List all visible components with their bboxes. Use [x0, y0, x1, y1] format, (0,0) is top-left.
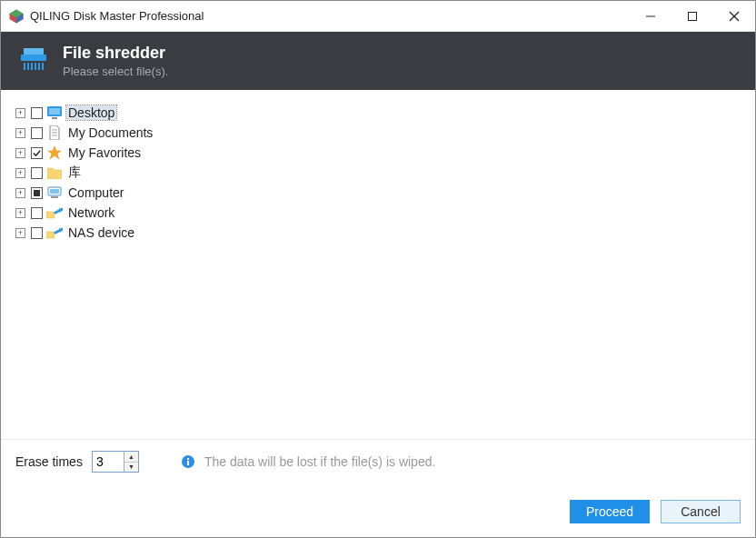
expand-toggle[interactable]: + [15, 168, 25, 178]
proceed-button[interactable]: Proceed [570, 500, 650, 523]
minimize-button[interactable] [630, 1, 671, 32]
options-row: Erase times ▲ ▼ The data will be lost if… [15, 449, 741, 474]
svg-rect-12 [35, 63, 36, 70]
tree-node[interactable]: +库 [6, 163, 750, 183]
svg-rect-9 [24, 63, 25, 70]
header-text-block: File shredder Please select file(s). [63, 44, 168, 79]
tree-node[interactable]: +Desktop [6, 103, 750, 123]
tree-node[interactable]: +My Favorites [6, 143, 750, 163]
close-button[interactable] [713, 1, 755, 32]
spinner-up-button[interactable]: ▲ [124, 452, 138, 463]
tree-checkbox[interactable] [31, 187, 43, 199]
titlebar: QILING Disk Master Professional [1, 1, 755, 32]
erase-times-input[interactable] [93, 452, 124, 472]
tree-node-label: NAS device [66, 225, 136, 240]
shredder-icon [19, 45, 48, 77]
svg-rect-17 [52, 117, 57, 119]
expand-toggle[interactable]: + [15, 208, 25, 218]
footer: Erase times ▲ ▼ The data will be lost if… [1, 439, 755, 537]
tree-checkbox[interactable] [31, 207, 43, 219]
tree-checkbox[interactable] [31, 167, 43, 179]
window-title: QILING Disk Master Professional [30, 9, 630, 23]
computer-icon [46, 185, 63, 200]
tree-node[interactable]: +Network [6, 203, 750, 223]
file-tree: +Desktop+My Documents+My Favorites+库+Com… [1, 90, 755, 439]
folder-icon [46, 165, 63, 180]
page-header: File shredder Please select file(s). [1, 32, 755, 90]
tree-node[interactable]: +My Documents [6, 123, 750, 143]
svg-rect-13 [38, 63, 40, 70]
erase-times-spinner[interactable]: ▲ ▼ [92, 451, 139, 473]
svg-rect-10 [27, 63, 29, 70]
tree-node-label: My Favorites [66, 145, 143, 160]
erase-times-label: Erase times [15, 454, 83, 469]
tree-checkbox[interactable] [31, 227, 43, 239]
expand-toggle[interactable]: + [15, 148, 25, 158]
cancel-button[interactable]: Cancel [661, 500, 741, 523]
svg-rect-29 [187, 458, 189, 460]
tree-node-label: Computer [66, 185, 125, 200]
spinner-down-button[interactable]: ▼ [124, 463, 138, 473]
document-icon [46, 125, 63, 140]
expand-toggle[interactable]: + [15, 228, 25, 238]
action-row: Proceed Cancel [15, 500, 741, 523]
maximize-button[interactable] [671, 1, 713, 32]
star-icon [46, 145, 63, 160]
tree-node-label: My Documents [66, 125, 154, 140]
expand-toggle[interactable]: + [15, 128, 25, 138]
page-title: File shredder [63, 44, 168, 64]
svg-rect-7 [21, 55, 46, 61]
tree-checkbox[interactable] [31, 127, 43, 139]
svg-rect-28 [187, 461, 189, 465]
svg-rect-14 [42, 63, 44, 70]
tree-node[interactable]: +Computer [6, 183, 750, 203]
svg-rect-8 [24, 48, 44, 55]
tree-node[interactable]: +NAS device [6, 223, 750, 243]
svg-marker-21 [48, 146, 61, 159]
tree-checkbox[interactable] [31, 107, 43, 119]
svg-rect-25 [46, 212, 55, 218]
app-logo-icon [8, 8, 25, 25]
info-text: The data will be lost if the file(s) is … [204, 454, 435, 469]
expand-toggle[interactable]: + [15, 108, 25, 118]
svg-rect-24 [51, 196, 58, 198]
tree-node-label: Desktop [66, 105, 116, 120]
svg-rect-16 [49, 108, 60, 115]
svg-rect-23 [50, 189, 59, 194]
desktop-icon [46, 105, 63, 120]
svg-rect-11 [31, 63, 33, 70]
tree-checkbox[interactable] [31, 147, 43, 159]
network-icon [46, 225, 63, 240]
tree-node-label: 库 [66, 164, 83, 181]
info-icon [181, 454, 195, 469]
svg-rect-26 [46, 232, 55, 238]
tree-node-label: Network [66, 205, 116, 220]
network-icon [46, 205, 63, 220]
expand-toggle[interactable]: + [15, 188, 25, 198]
svg-rect-4 [689, 12, 697, 20]
page-subtitle: Please select file(s). [63, 65, 168, 78]
